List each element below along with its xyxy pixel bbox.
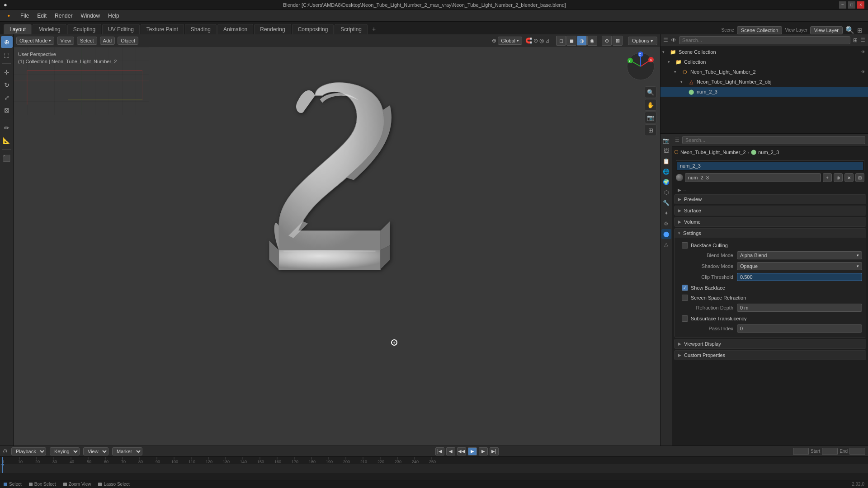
navigation-gizmo[interactable]: X Y Z bbox=[625, 51, 656, 82]
unlink-material-button[interactable]: ✕ bbox=[844, 173, 854, 182]
menu-edit[interactable]: Edit bbox=[33, 12, 50, 20]
output-props-tab[interactable]: 🖼 bbox=[661, 146, 671, 156]
viewport-display-header[interactable]: ▶ Viewport Display bbox=[675, 339, 866, 348]
jump-end-button[interactable]: ▶| bbox=[490, 447, 499, 455]
select-menu[interactable]: Select bbox=[77, 37, 97, 45]
backface-culling-checkbox[interactable] bbox=[682, 242, 688, 249]
transform-tool-button[interactable]: ⊠ bbox=[1, 104, 13, 116]
menu-help[interactable]: Help bbox=[104, 12, 123, 20]
rendered-shade-button[interactable]: ◉ bbox=[587, 36, 597, 46]
jump-start-button[interactable]: |◀ bbox=[435, 447, 444, 455]
world-props-tab[interactable]: 🌍 bbox=[661, 177, 671, 187]
browse-material-button[interactable]: ⊕ bbox=[834, 173, 843, 182]
outliner-collection[interactable]: ▾ 📁 Collection bbox=[660, 57, 868, 67]
transform-orientation[interactable]: Global ▾ bbox=[498, 37, 522, 45]
scale-tool-button[interactable]: ⤢ bbox=[1, 92, 13, 103]
marker-dropdown[interactable]: Marker bbox=[112, 447, 142, 455]
tab-compositing[interactable]: Compositing bbox=[292, 24, 334, 34]
scene-selector[interactable]: Scene Collection bbox=[737, 26, 783, 34]
outliner-options-icon[interactable]: ☰ bbox=[860, 37, 865, 43]
keying-dropdown[interactable]: Keying bbox=[50, 447, 80, 455]
box-select-status[interactable]: Box Select bbox=[29, 482, 56, 487]
next-frame-button[interactable]: ▶ bbox=[479, 447, 488, 455]
camera-button[interactable]: 📷 bbox=[645, 112, 656, 123]
play-reverse-button[interactable]: ◀◀ bbox=[457, 447, 466, 455]
material-current-name[interactable]: num_2_3 bbox=[758, 150, 779, 155]
blend-mode-value[interactable]: Alpha Blend ▾ bbox=[737, 251, 862, 259]
add-cube-button[interactable]: ⬛ bbox=[1, 152, 13, 164]
select-tool-button[interactable]: ⬚ bbox=[1, 49, 13, 61]
view-layer-tab[interactable]: 📋 bbox=[661, 156, 671, 166]
object-menu[interactable]: Object bbox=[118, 37, 138, 45]
add-workspace-button[interactable]: + bbox=[368, 23, 379, 34]
rotate-tool-button[interactable]: ↻ bbox=[1, 79, 13, 91]
options-material-button[interactable]: ⊞ bbox=[855, 173, 864, 182]
shadow-mode-value[interactable]: Opaque ▾ bbox=[737, 262, 862, 270]
custom-properties-header[interactable]: ▶ Custom Properties bbox=[675, 351, 866, 360]
scene-props-tab[interactable]: 🌐 bbox=[661, 167, 671, 177]
surface-header[interactable]: ▶ Surface bbox=[675, 206, 866, 215]
select-status[interactable]: Select bbox=[4, 482, 22, 487]
outliner-item-2[interactable]: ▾ △ Neon_Tube_Light_Number_2_obj bbox=[660, 77, 868, 87]
material-shade-button[interactable]: ◑ bbox=[577, 36, 587, 46]
volume-header[interactable]: ▶ Volume bbox=[675, 217, 866, 226]
ortho-button[interactable]: ⊞ bbox=[645, 124, 656, 136]
outliner-scene-collection[interactable]: ▾ 📁 Scene Collection 👁 bbox=[660, 47, 868, 57]
tab-texturepaint[interactable]: Texture Paint bbox=[141, 24, 184, 34]
outliner-search[interactable] bbox=[679, 36, 850, 44]
tab-layout[interactable]: Layout bbox=[4, 24, 32, 34]
move-tool-button[interactable]: ✛ bbox=[1, 66, 13, 78]
subsurface-translucency-checkbox[interactable] bbox=[682, 315, 688, 322]
timeline-view-dropdown[interactable]: View bbox=[83, 447, 108, 455]
proportional2-icon[interactable]: ◎ bbox=[539, 38, 544, 44]
properties-search[interactable] bbox=[682, 136, 865, 144]
menu-file[interactable]: File bbox=[17, 12, 33, 20]
add-menu[interactable]: Add bbox=[100, 37, 115, 45]
preview-header[interactable]: ▶ Preview bbox=[675, 195, 866, 204]
refraction-depth-value[interactable]: 0 m bbox=[737, 304, 862, 312]
pan-button[interactable]: ✋ bbox=[645, 99, 656, 111]
playback-dropdown[interactable]: Playback bbox=[11, 447, 46, 455]
window-controls[interactable]: − □ × bbox=[839, 1, 864, 9]
tab-animation[interactable]: Animation bbox=[217, 24, 253, 34]
pass-index-value[interactable]: 0 bbox=[737, 324, 862, 333]
tab-rendering[interactable]: Rendering bbox=[254, 24, 291, 34]
clip-threshold-value[interactable]: 0.500 bbox=[737, 273, 862, 281]
filter-icon[interactable]: ⊞ bbox=[857, 27, 863, 34]
prev-frame-button[interactable]: ◀ bbox=[446, 447, 455, 455]
modifier-props-tab[interactable]: 🔧 bbox=[661, 198, 671, 208]
material-object-name[interactable]: Neon_Tube_Light_Number_2 bbox=[680, 150, 746, 155]
physics-tab[interactable]: ⚙ bbox=[661, 219, 671, 229]
show-backface-checkbox[interactable] bbox=[682, 285, 688, 291]
close-button[interactable]: × bbox=[857, 1, 864, 9]
zoom-view-status[interactable]: Zoom View bbox=[63, 482, 91, 487]
menu-render[interactable]: Render bbox=[51, 12, 76, 20]
tab-uvediting[interactable]: UV Editing bbox=[102, 24, 140, 34]
maximize-button[interactable]: □ bbox=[848, 1, 855, 9]
minimize-button[interactable]: − bbox=[839, 1, 846, 9]
tab-modeling[interactable]: Modeling bbox=[33, 24, 66, 34]
vis-eye-icon[interactable]: 👁 bbox=[860, 49, 866, 55]
zoom-in-button[interactable]: 🔍 bbox=[645, 86, 656, 98]
overlay-button[interactable]: ⊕ bbox=[602, 36, 612, 46]
object-data-tab[interactable]: △ bbox=[661, 239, 671, 249]
timeline-frame-strip[interactable] bbox=[0, 464, 868, 473]
outliner-item-3[interactable]: ⬤ num_2_3 bbox=[660, 87, 868, 97]
outliner-filter-icon[interactable]: ⊞ bbox=[853, 37, 858, 43]
outliner-item-1[interactable]: ▾ ⬡ Neon_Tube_Light_Number_2 👁 bbox=[660, 67, 868, 77]
prop-menu-icon[interactable]: ☰ bbox=[675, 137, 679, 143]
vis-eye-icon[interactable]: 👁 bbox=[860, 69, 866, 75]
cursor-tool-button[interactable]: ⊕ bbox=[1, 36, 13, 48]
proportional-icon[interactable]: ⊙ bbox=[533, 38, 538, 44]
snap-icon[interactable]: 🧲 bbox=[525, 38, 532, 44]
settings-header[interactable]: ▾ Settings bbox=[675, 229, 866, 238]
expand-indicator[interactable]: ▶ ··· bbox=[674, 186, 866, 194]
menu-blender[interactable]: 🔸 bbox=[2, 12, 16, 20]
object-mode-dropdown[interactable]: Object Mode ▾ bbox=[16, 37, 54, 45]
measure-tool-button[interactable]: 📐 bbox=[1, 135, 13, 146]
menu-window[interactable]: Window bbox=[77, 12, 104, 20]
tab-scripting[interactable]: Scripting bbox=[335, 24, 368, 34]
outliner-menu-icon[interactable]: ☰ bbox=[663, 37, 668, 43]
start-frame-input[interactable]: 1 bbox=[822, 448, 838, 455]
solid-shade-button[interactable]: ◼ bbox=[566, 36, 576, 46]
